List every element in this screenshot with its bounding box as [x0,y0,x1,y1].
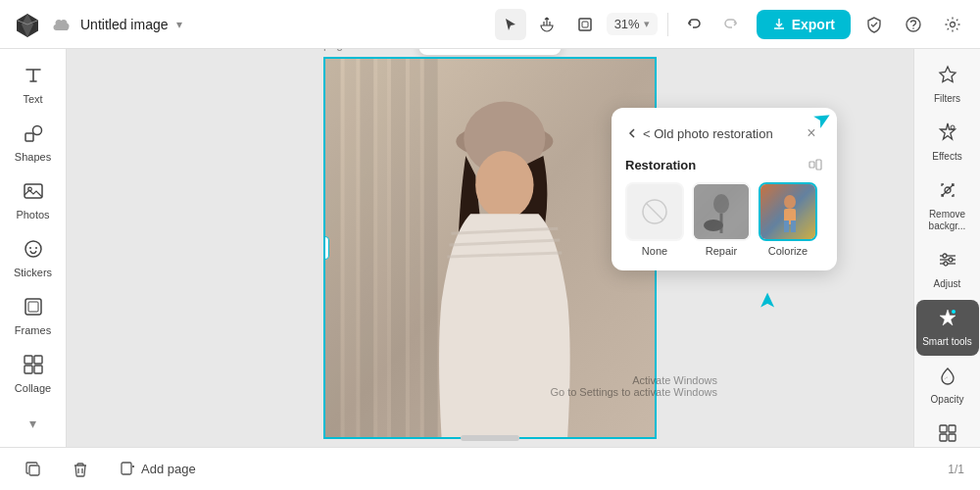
svg-point-47 [704,220,723,231]
svg-rect-52 [791,220,796,232]
sidebar-item-stickers[interactable]: Stickers [4,230,63,286]
help-button[interactable] [898,9,929,40]
restore-option-colorize[interactable]: Colorize [759,182,817,257]
svg-rect-66 [29,466,39,475]
svg-point-9 [25,241,41,257]
expand-chevron-icon: ▾ [29,416,36,431]
effects-label: Effects [932,151,961,163]
panel-header: < Old photo restoration × [625,122,823,145]
smart-tools-icon [938,308,957,332]
restore-thumb-none[interactable] [625,182,684,241]
svg-rect-17 [34,366,42,373]
sidebar-right-item-effects[interactable]: Effects [916,115,979,171]
svg-rect-41 [816,160,821,170]
add-page-label: Add page [141,462,196,476]
canvas-image[interactable] [323,57,657,439]
title-chevron-icon[interactable]: ▾ [176,18,182,31]
sidebar-expand-button[interactable]: ▾ [4,404,63,439]
undo-button[interactable] [678,9,710,40]
svg-point-45 [713,194,729,214]
sidebar-right: Filters Effects Remove backgr... [913,49,980,447]
sidebar-item-collage[interactable]: Collage [4,346,63,402]
cloud-icon [53,18,71,31]
photos-label: Photos [16,209,49,220]
panel-back-button[interactable]: < Old photo restoration [625,126,773,141]
svg-rect-14 [24,356,32,364]
zoom-chevron-icon: ▾ [644,18,650,30]
resize-handle-left[interactable] [323,236,329,260]
canvas-area: page 1 [67,49,913,447]
restore-thumb-repair[interactable] [692,182,751,241]
stickers-label: Stickers [14,267,52,278]
add-page-button[interactable]: Add page [110,456,206,483]
document-title: Untitled image [80,17,169,32]
svg-point-58 [943,254,947,258]
shapes-label: Shapes [15,151,51,163]
sidebar-right-item-arrange[interactable]: Arrange [916,416,979,447]
shield-button[interactable] [858,9,890,40]
svg-rect-62 [940,425,947,432]
svg-point-6 [32,126,41,135]
sidebar-item-shapes[interactable]: Shapes [4,115,63,171]
restore-option-none[interactable]: None [625,182,684,257]
svg-rect-67 [122,463,131,474]
sidebar-item-photos[interactable]: Photos [4,172,63,228]
svg-point-11 [35,247,37,249]
text-icon [23,65,44,89]
svg-point-61 [952,310,956,314]
export-button[interactable]: Export [757,10,851,39]
sidebar-item-frames[interactable]: Frames [4,288,63,344]
frame-tool-button[interactable] [569,9,601,40]
svg-point-2 [906,18,920,31]
page-label: page 1 [323,49,360,51]
restore-options: None Repair [625,182,823,257]
svg-rect-13 [28,302,38,312]
panel-close-button[interactable]: × [800,122,823,145]
frames-icon [23,296,44,320]
filters-label: Filters [934,93,960,105]
arrange-icon [938,423,957,447]
effects-icon [938,122,957,147]
adjust-icon [938,250,957,274]
zoom-control[interactable]: 31% ▾ [607,13,658,35]
sidebar-right-item-filters[interactable]: Filters [916,57,979,113]
restore-label-repair: Repair [706,245,737,257]
svg-point-60 [944,262,948,266]
page-counter: 1/1 [948,463,964,476]
sidebar-right-item-opacity[interactable]: Opacity [916,358,979,414]
zoom-value: 31% [614,17,640,31]
restore-thumb-colorize[interactable] [759,182,817,241]
sidebar-item-text[interactable]: Text [4,57,63,113]
sidebar-right-item-remove-bg[interactable]: Remove backgr... [916,172,979,240]
pan-tool-button[interactable] [532,9,564,40]
shapes-icon [23,122,44,147]
adjust-label: Adjust [934,278,961,290]
sidebar-bottom: ▾ [4,404,63,439]
svg-rect-51 [784,220,789,232]
app-logo[interactable] [12,9,43,40]
svg-rect-5 [25,133,33,141]
delete-page-button[interactable] [63,456,98,483]
filters-icon [938,65,957,89]
sidebar-right-item-smart-tools[interactable]: Smart tools [916,300,979,356]
horizontal-scrollbar[interactable] [461,435,519,441]
opacity-label: Opacity [931,394,964,406]
opacity-icon [938,366,957,390]
redo-button[interactable] [715,9,747,40]
restore-option-repair[interactable]: Repair [692,182,751,257]
bottom-bar: Add page 1/1 [0,447,980,490]
topbar-divider [667,13,668,36]
svg-rect-12 [25,299,41,315]
collage-label: Collage [15,382,51,394]
smart-tools-label: Smart tools [922,336,972,348]
export-label: Export [792,17,835,32]
duplicate-page-button[interactable] [16,456,51,483]
svg-rect-31 [391,59,406,437]
select-tool-button[interactable] [495,9,526,40]
frames-label: Frames [15,324,51,336]
svg-rect-63 [949,425,956,432]
panel-title: < Old photo restoration [643,126,773,141]
settings-button[interactable] [937,9,968,40]
title-group: Untitled image ▾ [80,17,485,32]
sidebar-right-item-adjust[interactable]: Adjust [916,242,979,298]
